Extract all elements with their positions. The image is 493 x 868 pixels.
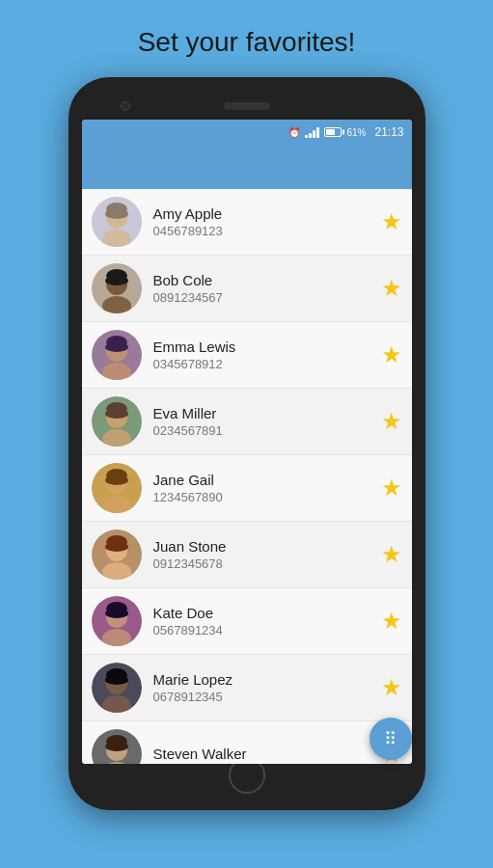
contact-item[interactable]: Eva Miller0234567891★: [82, 389, 412, 455]
avatar: [92, 263, 142, 313]
contact-phone: 0456789123: [153, 224, 381, 238]
star-icon[interactable]: ★: [381, 343, 402, 366]
svg-point-34: [105, 609, 128, 618]
contact-item[interactable]: Emma Lewis0345678912★: [82, 322, 412, 389]
svg-point-14: [105, 342, 128, 352]
phone-wrapper: ⏰ 61% 21:13: [68, 77, 425, 810]
contact-phone: 0678912345: [153, 690, 381, 704]
contact-phone: 0567891234: [153, 623, 381, 637]
contact-item[interactable]: Steven Walker★: [82, 721, 412, 764]
star-icon[interactable]: ★: [381, 543, 402, 566]
star-icon[interactable]: ★: [381, 676, 402, 699]
dialpad-icon: ⠿: [384, 728, 397, 749]
contact-phone: 1234567890: [153, 490, 381, 504]
avatar: [92, 197, 142, 247]
avatar: [92, 729, 142, 764]
contact-name: Steven Walker: [153, 746, 381, 762]
avatar: [92, 463, 142, 513]
contact-phone: 0345678912: [153, 357, 381, 371]
fab-button[interactable]: ⠿: [370, 718, 412, 760]
star-icon[interactable]: ★: [381, 410, 402, 433]
contact-name: Kate Doe: [153, 605, 381, 621]
contact-list: Amy Apple0456789123★ Bob Cole0891234567★…: [82, 189, 412, 764]
contact-phone: 0234567891: [153, 423, 381, 438]
status-bar: ⏰ 61% 21:13: [82, 120, 412, 145]
avatar: [92, 596, 142, 646]
contact-name: Eva Miller: [153, 405, 381, 421]
contact-name: Marie Lopez: [153, 671, 381, 688]
svg-point-44: [105, 742, 128, 751]
contact-item[interactable]: Juan Stone0912345678★: [82, 522, 412, 588]
contact-name: Jane Gail: [153, 472, 381, 488]
svg-point-19: [105, 409, 128, 419]
signal-bars: [305, 126, 319, 138]
star-icon[interactable]: ★: [381, 277, 402, 300]
app-bar: [82, 145, 412, 189]
svg-point-39: [105, 675, 128, 685]
contact-item[interactable]: Marie Lopez0678912345★: [82, 655, 412, 721]
phone-camera: [121, 101, 130, 111]
avatar: [92, 330, 142, 380]
star-icon[interactable]: ★: [381, 210, 402, 233]
svg-point-4: [105, 209, 128, 219]
alarm-icon: ⏰: [288, 127, 300, 138]
contact-name: Emma Lewis: [153, 339, 381, 355]
avatar: [92, 663, 142, 713]
contact-phone: 0912345678: [153, 556, 381, 571]
contact-item[interactable]: Bob Cole0891234567★: [82, 256, 412, 322]
contact-name: Bob Cole: [153, 272, 381, 288]
battery-percent: 61%: [346, 127, 366, 138]
avatar: [92, 396, 142, 447]
contact-item[interactable]: Kate Doe0567891234★: [82, 588, 412, 655]
contact-name: Amy Apple: [153, 205, 381, 222]
contact-name: Juan Stone: [153, 538, 381, 555]
star-icon[interactable]: ★: [381, 476, 402, 500]
page-title: Set your favorites!: [119, 0, 375, 77]
svg-point-24: [105, 475, 128, 485]
contact-phone: 0891234567: [153, 290, 381, 305]
phone-screen: ⏰ 61% 21:13: [82, 120, 412, 764]
battery-indicator: [324, 127, 342, 137]
contact-item[interactable]: Jane Gail1234567890★: [82, 455, 412, 522]
contact-item[interactable]: Amy Apple0456789123★: [82, 189, 412, 256]
svg-point-9: [105, 276, 128, 285]
phone-speaker: [224, 102, 270, 110]
status-time: 21:13: [374, 125, 403, 139]
svg-point-29: [105, 542, 128, 552]
star-icon[interactable]: ★: [381, 610, 402, 633]
avatar: [92, 529, 142, 580]
